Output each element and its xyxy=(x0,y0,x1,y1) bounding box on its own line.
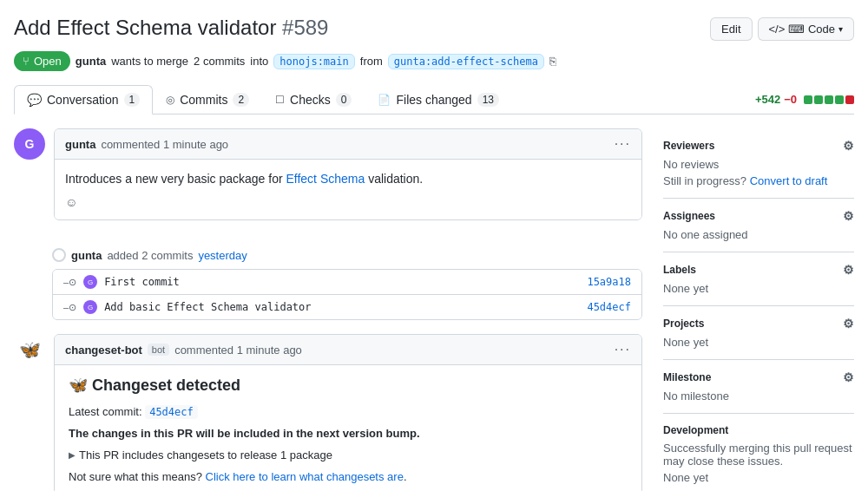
bot-comment-header-left: changeset-bot bot commented 1 minute ago xyxy=(65,344,302,357)
code-icon: </> xyxy=(769,23,786,36)
bot-comment-body: 🦋 Changeset detected Latest commit: 45d4… xyxy=(55,365,641,491)
bot-author[interactable]: changeset-bot xyxy=(65,344,142,357)
diff-block-1 xyxy=(804,95,812,104)
triangle-icon: ▶ xyxy=(69,450,76,460)
diff-blocks xyxy=(804,95,854,104)
changeset-note: The changes in this PR will be included … xyxy=(69,427,628,440)
commit-activity-icon xyxy=(52,248,66,262)
gear-icon[interactable]: ⚙ xyxy=(843,209,854,223)
comment-box: gunta commented 1 minute ago ··· Introdu… xyxy=(54,128,642,220)
checks-icon: ☐ xyxy=(275,94,285,106)
code-button[interactable]: </> ⌨ Code ▾ xyxy=(758,17,855,41)
commit-activity-header: gunta added 2 commits yesterday xyxy=(52,248,642,262)
commit-activity-time[interactable]: yesterday xyxy=(198,249,247,262)
bot-badge: bot xyxy=(148,344,169,356)
commit-activity-section: gunta added 2 commits yesterday –⊙ G Fir… xyxy=(14,248,642,320)
commit-branch-icon: –⊙ xyxy=(63,302,76,313)
sidebar-assignees: Assignees ⚙ No one assigned xyxy=(663,199,854,252)
gear-icon[interactable]: ⚙ xyxy=(843,139,854,153)
commit-avatar: G xyxy=(83,275,97,289)
conversation-icon: 💬 xyxy=(27,93,42,107)
avatar: G xyxy=(14,128,45,160)
pr-status-badge: ⑂ Open xyxy=(14,51,70,71)
development-sub: None yet xyxy=(663,471,854,484)
merge-icon: ⑂ xyxy=(23,55,30,68)
commit-avatar: G xyxy=(83,300,97,314)
sidebar-reviewers: Reviewers ⚙ No reviews Still in progress… xyxy=(663,128,854,199)
bot-avatar: 🦋 xyxy=(14,334,45,365)
base-branch[interactable]: honojs:main xyxy=(273,54,354,69)
projects-value: None yet xyxy=(663,336,854,349)
content-area: G gunta commented 1 minute ago ··· xyxy=(14,128,642,491)
commits-count: 2 commits xyxy=(194,55,245,68)
commits-icon: ◎ xyxy=(166,94,174,106)
milestone-value: No milestone xyxy=(663,390,854,403)
comment-header: gunta commented 1 minute ago ··· xyxy=(55,129,641,160)
labels-value: None yet xyxy=(663,282,854,295)
diff-block-4 xyxy=(835,95,844,104)
comment-menu-button[interactable]: ··· xyxy=(615,136,631,152)
reviewers-value: No reviews xyxy=(663,158,854,171)
bot-comment-header: changeset-bot bot commented 1 minute ago… xyxy=(55,335,641,365)
gear-icon[interactable]: ⚙ xyxy=(843,370,854,384)
diff-block-5 xyxy=(845,95,854,104)
pr-number: #589 xyxy=(282,16,328,39)
bot-comment-box: changeset-bot bot commented 1 minute ago… xyxy=(54,334,642,491)
convert-to-draft-link[interactable]: Convert to draft xyxy=(750,174,828,187)
sidebar-milestone: Milestone ⚙ No milestone xyxy=(663,360,854,414)
assignees-value: No one assigned xyxy=(663,228,854,241)
user-comment-wrapper: G gunta commented 1 minute ago ··· xyxy=(14,128,642,234)
pr-meta: ⑂ Open gunta wants to merge 2 commits in… xyxy=(14,51,854,71)
tab-commits[interactable]: ◎ Commits 2 xyxy=(153,85,262,115)
commit-message: Add basic Effect Schema validator xyxy=(104,301,311,313)
sidebar-development: Development Successfully merging this pu… xyxy=(663,414,854,491)
commit-left: –⊙ G Add basic Effect Schema validator xyxy=(63,300,312,314)
commit-branch-icon: –⊙ xyxy=(63,277,76,288)
tab-checks[interactable]: ☐ Checks 0 xyxy=(262,85,365,115)
commit-hash-link[interactable]: 45d4ecf xyxy=(587,301,631,313)
sidebar-projects: Projects ⚙ None yet xyxy=(663,306,854,360)
diff-block-3 xyxy=(825,95,833,104)
commit-message: First commit xyxy=(104,276,180,288)
tab-conversation[interactable]: 💬 Conversation 1 xyxy=(14,85,153,115)
diff-stat: +542 −0 xyxy=(755,93,854,106)
sidebar-labels: Labels ⚙ None yet xyxy=(663,252,854,306)
files-icon: 📄 xyxy=(378,94,391,106)
bot-comment-menu-button[interactable]: ··· xyxy=(615,342,631,357)
edit-button[interactable]: Edit xyxy=(710,17,752,41)
commit-activity-author[interactable]: gunta xyxy=(71,249,102,262)
development-value: Successfully merging this pull request m… xyxy=(663,442,854,468)
comment-body: Introduces a new very basic package for … xyxy=(55,160,641,219)
bot-comment-wrapper: 🦋 changeset-bot bot commented 1 minute a… xyxy=(14,334,642,491)
changeset-footer: Not sure what this means? Click here to … xyxy=(69,470,628,483)
latest-commit-row: Latest commit: 45d4ecf xyxy=(69,405,628,418)
commit-left: –⊙ G First commit xyxy=(63,275,180,289)
tabs-bar: 💬 Conversation 1 ◎ Commits 2 ☐ Checks 0 … xyxy=(14,85,854,115)
comment-header-left: gunta commented 1 minute ago xyxy=(65,138,228,151)
table-row: –⊙ G First commit 15a9a18 xyxy=(53,270,641,295)
changeset-title: 🦋 Changeset detected xyxy=(69,376,628,395)
emoji-reaction-button[interactable]: ☺ xyxy=(65,195,77,209)
commit-hash-link[interactable]: 15a9a18 xyxy=(587,276,631,288)
changeset-detail: ▶ This PR includes changesets to release… xyxy=(69,448,628,462)
latest-commit-link[interactable]: 45d4ecf xyxy=(145,405,198,419)
pr-author: gunta xyxy=(76,55,106,68)
head-branch[interactable]: gunta:add-effect-schema xyxy=(388,54,544,69)
table-row: –⊙ G Add basic Effect Schema validator 4… xyxy=(53,295,641,319)
gear-icon[interactable]: ⚙ xyxy=(843,317,854,331)
header-actions: Edit </> ⌨ Code ▾ xyxy=(710,17,854,41)
tab-files[interactable]: 📄 Files changed 13 xyxy=(365,85,512,115)
learn-more-link[interactable]: Click here to learn what changesets are xyxy=(206,470,404,483)
sidebar: Reviewers ⚙ No reviews Still in progress… xyxy=(663,128,854,491)
commit-list: –⊙ G First commit 15a9a18 –⊙ G Add basic… xyxy=(52,269,642,320)
gear-icon[interactable]: ⚙ xyxy=(843,263,854,277)
effect-schema-link[interactable]: Effect Schema xyxy=(286,172,365,186)
copy-icon[interactable]: ⎘ xyxy=(549,55,556,68)
chevron-down-icon: ▾ xyxy=(838,24,843,34)
comment-author[interactable]: gunta xyxy=(65,138,95,151)
diff-block-2 xyxy=(814,95,823,104)
pr-title: Add Effect Schema validator #589 xyxy=(14,14,328,41)
